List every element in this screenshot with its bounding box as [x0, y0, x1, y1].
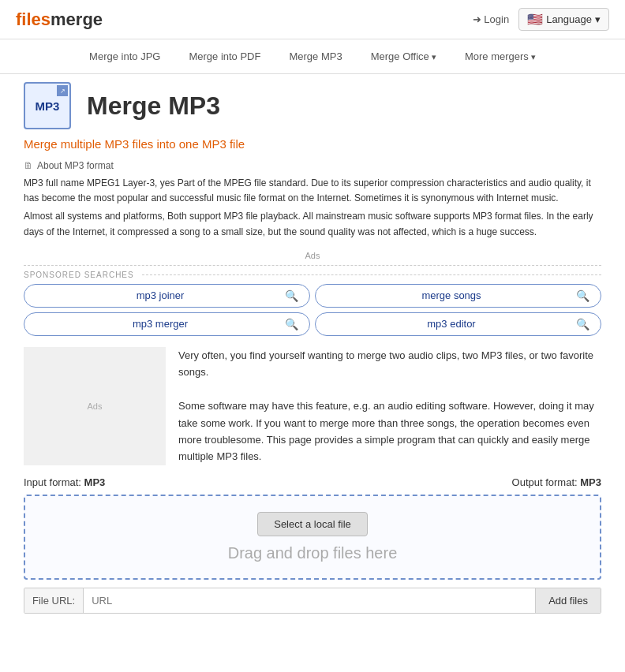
- input-format-label: Input format:: [24, 476, 81, 488]
- logo-merge: merge: [51, 9, 103, 30]
- ads-label: Ads: [24, 251, 601, 260]
- url-label: File URL:: [24, 588, 84, 613]
- page-title: Merge MP3: [87, 91, 220, 121]
- input-format-value: MP3: [84, 476, 106, 488]
- nav-item-more[interactable]: More mergers: [451, 46, 550, 67]
- nav-item-office[interactable]: Merge Office: [357, 46, 451, 67]
- search-btn-mp3-joiner[interactable]: mp3 joiner 🔍: [24, 284, 310, 308]
- search-btn-mp3-merger[interactable]: mp3 merger 🔍: [24, 312, 310, 336]
- login-label: Login: [484, 13, 509, 25]
- format-info: Input format: MP3 Output format: MP3: [24, 476, 601, 488]
- upload-area: Select a local file Drag and drop files …: [24, 495, 601, 580]
- language-label: Language: [546, 13, 592, 25]
- description-1: MP3 full name MPEG1 Layer-3, yes Part of…: [24, 176, 601, 206]
- icon-corner: ↗: [57, 85, 68, 96]
- search-btn-mp3-editor[interactable]: mp3 editor 🔍: [315, 312, 601, 336]
- header-right: ➜ Login 🇺🇸 Language ▾: [473, 8, 609, 31]
- chevron-down-icon: ▾: [595, 13, 601, 25]
- select-file-button[interactable]: Select a local file: [257, 512, 368, 536]
- content-text: Very often, you find yourself wanting to…: [178, 347, 601, 465]
- about-link[interactable]: 🗎 About MP3 format: [24, 160, 601, 171]
- sponsored-row: SPONSORED SEARCHES: [24, 265, 601, 279]
- logo-files: files: [16, 9, 51, 30]
- content-para-2: Some software may have this feature, e.g…: [178, 398, 601, 465]
- output-format: Output format: MP3: [512, 476, 601, 488]
- search-icon-0: 🔍: [285, 289, 298, 302]
- logo: filesmerge: [16, 9, 103, 30]
- search-btn-label-0: mp3 joiner: [36, 289, 285, 301]
- nav: Merge into JPG Merge into PDF Merge MP3 …: [0, 39, 625, 74]
- nav-item-jpg[interactable]: Merge into JPG: [75, 46, 174, 67]
- title-area: ↗ MP3 Merge MP3: [24, 82, 601, 129]
- ads-box: Ads: [24, 347, 166, 465]
- language-button[interactable]: 🇺🇸 Language ▾: [518, 8, 609, 31]
- mp3-icon: ↗ MP3: [24, 82, 71, 129]
- lower-section: Ads Very often, you find yourself wantin…: [24, 347, 601, 465]
- info-icon: 🗎: [24, 160, 33, 171]
- search-btn-merge-songs[interactable]: merge songs 🔍: [315, 284, 601, 308]
- header: filesmerge ➜ Login 🇺🇸 Language ▾: [0, 0, 625, 39]
- search-btn-label-2: mp3 merger: [36, 318, 285, 330]
- main-content: ↗ MP3 Merge MP3 Merge multiple MP3 files…: [0, 74, 625, 629]
- drag-drop-text: Drag and drop files here: [228, 544, 398, 562]
- url-input[interactable]: [84, 588, 535, 613]
- nav-item-pdf[interactable]: Merge into PDF: [174, 46, 275, 67]
- output-format-value: MP3: [580, 476, 601, 488]
- add-files-button[interactable]: Add files: [535, 588, 601, 613]
- input-format: Input format: MP3: [24, 476, 105, 488]
- search-btn-label-3: mp3 editor: [327, 318, 576, 330]
- sponsored-label: SPONSORED SEARCHES: [24, 271, 134, 279]
- icon-label: MP3: [36, 99, 60, 113]
- search-icon-1: 🔍: [576, 289, 589, 302]
- login-icon: ➜: [473, 13, 481, 25]
- about-label: About MP3 format: [37, 160, 114, 171]
- search-btn-label-1: merge songs: [327, 289, 576, 301]
- page-subtitle: Merge multiple MP3 files into one MP3 fi…: [24, 137, 601, 151]
- ads-box-label: Ads: [88, 401, 103, 411]
- search-icon-2: 🔍: [285, 318, 298, 330]
- login-link[interactable]: ➜ Login: [473, 13, 509, 25]
- sponsored-line: [142, 274, 601, 275]
- url-bar: File URL: Add files: [24, 588, 601, 614]
- flag-icon: 🇺🇸: [527, 12, 543, 27]
- nav-item-mp3[interactable]: Merge MP3: [275, 46, 356, 67]
- description-2: Almost all systems and platforms, Both s…: [24, 209, 601, 239]
- search-icon-3: 🔍: [576, 318, 589, 330]
- content-para-1: Very often, you find yourself wanting to…: [178, 347, 601, 381]
- output-format-label: Output format:: [512, 476, 578, 488]
- search-grid: mp3 joiner 🔍 merge songs 🔍 mp3 merger 🔍 …: [24, 284, 601, 336]
